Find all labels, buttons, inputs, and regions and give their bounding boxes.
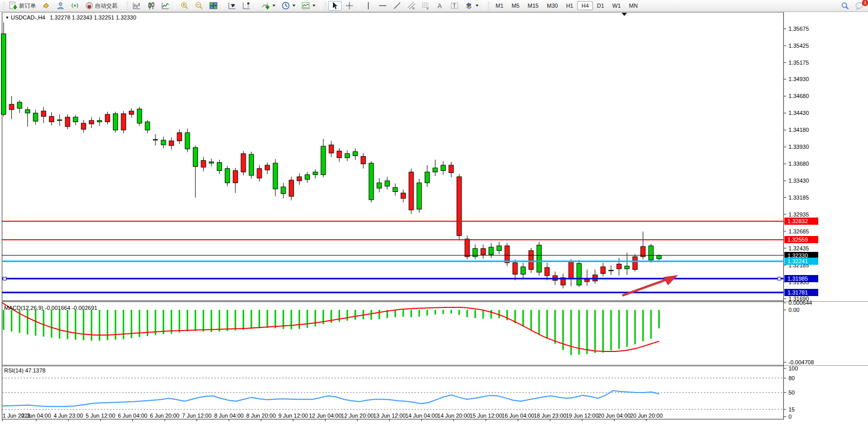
crosshair-tool-button[interactable] [343,1,356,11]
toolbar-grip[interactable] [325,2,326,10]
indicators-dropdown-caret[interactable] [272,5,275,7]
price-axis-label: 1.32935 [788,211,809,218]
notifications-button[interactable]: 1 [853,1,866,11]
candle [577,263,581,285]
hline-tool-button[interactable] [376,1,389,11]
chart-shift-marker-icon[interactable] [622,13,627,16]
timeframe-button-mn[interactable]: MN [625,1,642,10]
periods-button[interactable] [279,1,298,11]
text-icon: A [436,2,444,10]
separator [123,2,123,10]
price-line-badge: 1.31985 [784,275,818,282]
templates-button[interactable] [299,1,318,11]
candle [129,111,134,114]
macd-indicator-label: MACD(12,26,9) -0.001664 -0.002691 [4,305,97,311]
arrows-tool-button[interactable] [462,1,481,11]
line-drag-handle[interactable] [778,277,781,280]
time-axis-label: 12 Jun 04:00 [309,413,342,419]
candle [385,181,389,186]
candle [569,261,574,279]
new-order-label: 新订单 [19,2,36,10]
candle [361,156,366,164]
candle [145,122,150,130]
candle [657,256,661,259]
candle [609,270,614,271]
candle [33,113,38,121]
timeframe-button-d1[interactable]: D1 [593,1,608,10]
chart-menu-triangle-icon[interactable]: ▼ [5,15,9,20]
fibonacci-tool-button[interactable]: F [419,1,432,11]
line-drag-handle[interactable] [3,277,6,280]
price-axis-label: 1.34930 [788,76,809,82]
timeframe-button-h1[interactable]: H1 [562,1,577,10]
profiles-button[interactable] [54,1,67,11]
timeframe-button-h4[interactable]: H4 [577,1,593,10]
time-axis-label: 6 Jun 04:00 [118,413,148,419]
toolbar-grip[interactable] [127,2,128,10]
chart-shift-button[interactable] [240,1,253,11]
toolbar-grip[interactable] [488,2,489,10]
trend-arrow-head[interactable] [663,275,678,285]
timeframe-button-m15[interactable]: M15 [524,1,543,10]
separator [359,2,359,10]
styler-button[interactable] [40,1,53,11]
candle [73,117,78,122]
timeframe-button-w1[interactable]: W1 [608,1,625,10]
channel-tool-button[interactable]: E [405,1,418,11]
toolbar-grip[interactable] [3,2,5,10]
candle [185,133,190,149]
rsi-axis-label: 15 [788,406,795,413]
timeframe-button-m5[interactable]: M5 [507,1,523,10]
price-line-badge: 1.32559 [784,236,818,243]
time-axis-label: 16 Jun 04:00 [502,413,535,419]
auto-scroll-icon [228,2,236,10]
new-order-button[interactable]: 新订单 [7,1,38,11]
candle [201,161,206,167]
candle [377,183,382,188]
candle [345,154,349,158]
chart-canvas[interactable] [0,12,868,431]
cursor-tool-button[interactable] [328,1,342,11]
candle [457,177,462,236]
text-label-icon: T [450,2,459,10]
candle [265,165,270,170]
candle [465,239,469,257]
text-tool-button[interactable]: A [433,1,447,11]
rsi-line [3,390,659,406]
autotrade-button[interactable]: 自动交易 [83,1,120,11]
candlestick-mode-button[interactable] [145,1,158,11]
time-axis-label: 20 Jun 20:00 [630,413,663,419]
search-button[interactable] [838,1,852,11]
indicators-icon [262,2,270,10]
zoom-out-button[interactable] [192,1,206,11]
text-label-tool-button[interactable]: T [448,1,461,11]
candle [281,187,286,193]
time-axis-label: 4 Jun 23:00 [53,413,83,419]
time-axis-label: 8 Jun 20:00 [246,413,276,419]
candle [313,172,318,174]
candle [153,140,158,140]
periods-dropdown-caret[interactable] [292,5,295,7]
candle [633,257,637,269]
auto-scroll-button[interactable] [226,1,239,11]
chart-window: ▼ USDCAD-,H4 1.32278 1.32343 1.32251 1.3… [0,12,868,431]
templates-dropdown-caret[interactable] [312,5,315,7]
signals-button[interactable] [68,1,82,11]
vline-tool-button[interactable] [362,1,375,11]
timeframe-button-m1[interactable]: M1 [491,1,507,10]
time-axis-label: 5 Jun 12:00 [86,413,115,419]
rsi-axis-label: 50 [788,389,795,396]
zoom-in-button[interactable] [178,1,191,11]
time-axis-label: 7 Jun 12:00 [182,413,212,419]
signal-icon [71,2,79,10]
indicators-button[interactable] [259,1,278,11]
line-chart-mode-button[interactable] [159,1,172,11]
bar-chart-mode-button[interactable] [130,1,144,11]
tile-windows-button[interactable] [207,1,220,11]
candle [209,162,214,163]
candle [2,34,6,114]
arrows-dropdown-caret[interactable] [476,5,479,7]
trendline-tool-button[interactable] [390,1,404,11]
timeframe-button-m30[interactable]: M30 [543,1,562,10]
candle [481,248,485,254]
